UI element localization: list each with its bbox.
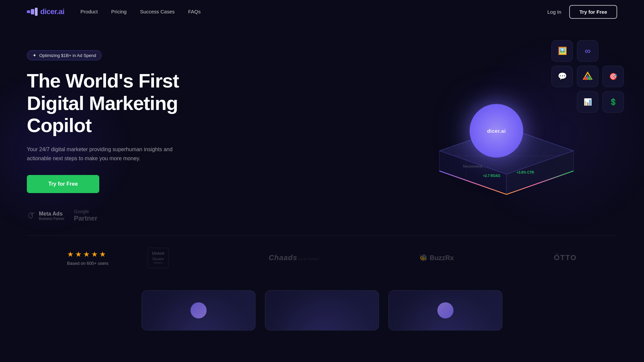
- try-for-free-hero-button[interactable]: Try for Free: [27, 175, 99, 193]
- meta-main: Meta Ads: [39, 210, 64, 217]
- bottom-card-2: [265, 290, 379, 330]
- logo[interactable]: dicer.ai: [27, 7, 64, 16]
- union-square-logo: Union Square ●●●●●: [148, 248, 169, 268]
- svg-text:+3.8% CTR: +3.8% CTR: [517, 171, 534, 174]
- svg-rect-0: [27, 10, 30, 13]
- partner-logos: Meta Ads Business Partner Google Partner: [27, 209, 201, 222]
- star-5: ★: [99, 250, 106, 259]
- chaads-text: Chaads: [269, 253, 297, 262]
- badge-icon: ✦: [33, 53, 37, 58]
- bottom-card-content-1: [142, 291, 255, 330]
- nav-item-pricing[interactable]: Pricing: [111, 9, 127, 15]
- google-logo: Google Partner: [74, 209, 97, 222]
- buzzrx-text: BuzzRx: [430, 254, 454, 262]
- app-icon-8: 💲: [602, 91, 624, 113]
- svg-text:Recommend...: Recommend...: [463, 165, 485, 168]
- nav-link-faqs[interactable]: FAQs: [188, 9, 201, 14]
- hero-title: The World's First Digital Marketing Copi…: [27, 70, 201, 137]
- meta-text-block: Meta Ads Business Partner: [39, 210, 64, 221]
- card-circle-3: [437, 302, 453, 318]
- client-chaads: Chaads CLOTHING: [269, 253, 319, 262]
- nav-left: dicer.ai Product Pricing Success Cases F…: [27, 7, 201, 16]
- card-circle-1: [191, 302, 207, 318]
- iso-scene: 🖼️ ∞ 💬 🎯 📊 💲: [409, 30, 644, 218]
- union-square-text3: ●●●●●: [152, 261, 164, 265]
- chaads-sub: CLOTHING: [298, 257, 319, 262]
- nav-right: Log In Try for Free: [547, 5, 617, 19]
- hero-section: ✦ Optimizing $1B+ in Ad Spend The World'…: [0, 23, 644, 222]
- app-icon-1: ∞: [577, 40, 598, 62]
- badge-text: Optimizing $1B+ in Ad Spend: [39, 53, 96, 58]
- dicer-circle: dicer.ai: [470, 104, 523, 158]
- svg-rect-2: [35, 8, 38, 16]
- meta-icon: [27, 211, 36, 220]
- nav-item-product[interactable]: Product: [80, 9, 98, 15]
- app-icon-5: 🎯: [602, 66, 624, 87]
- nav-link-product[interactable]: Product: [80, 9, 98, 14]
- star-2: ★: [75, 250, 82, 259]
- client-union-square: Union Square ●●●●●: [148, 248, 169, 268]
- otto-text: ÖTTO: [554, 253, 577, 262]
- svg-text:+2.7 ROAS: +2.7 ROAS: [483, 174, 500, 178]
- meta-logo: Meta Ads Business Partner: [27, 210, 64, 221]
- union-square-text: Union: [152, 251, 164, 256]
- star-4: ★: [91, 250, 98, 259]
- google-line1: Google: [74, 209, 97, 214]
- nav-item-success[interactable]: Success Cases: [140, 9, 174, 15]
- union-square-text2: Square: [152, 256, 164, 261]
- navbar: dicer.ai Product Pricing Success Cases F…: [0, 0, 644, 23]
- app-icon-4: [577, 66, 598, 87]
- star-1: ★: [67, 250, 74, 259]
- svg-point-6: [584, 77, 587, 80]
- logo-icon: [27, 8, 38, 16]
- star-3: ★: [83, 250, 90, 259]
- social-proof-section: ★ ★ ★ ★ ★ Based on 600+ users Union Squa…: [0, 236, 644, 280]
- badge: ✦ Optimizing $1B+ in Ad Spend: [27, 50, 102, 60]
- dicer-label: dicer.ai: [487, 128, 506, 134]
- rating-text: Based on 600+ users: [67, 261, 121, 266]
- stars-block: ★ ★ ★ ★ ★ Based on 600+ users: [67, 250, 121, 266]
- app-icon-3: 💬: [551, 66, 573, 87]
- bottom-card-3: [388, 290, 502, 330]
- svg-point-5: [588, 77, 591, 80]
- client-buzzrx: 🐝 BuzzRx: [419, 254, 454, 262]
- nav-links: Product Pricing Success Cases FAQs: [80, 9, 201, 15]
- hero-illustration: 🖼️ ∞ 💬 🎯 📊 💲: [409, 30, 644, 218]
- google-ads-icon: [582, 71, 593, 82]
- meta-sub: Business Partner: [39, 217, 64, 221]
- login-button[interactable]: Log In: [547, 9, 561, 15]
- bottom-card-content-3: [389, 291, 502, 330]
- svg-rect-1: [31, 9, 34, 14]
- nav-link-success[interactable]: Success Cases: [140, 9, 174, 14]
- try-for-free-nav-button[interactable]: Try for Free: [569, 5, 617, 19]
- client-otto: ÖTTO: [554, 253, 577, 262]
- nav-link-pricing[interactable]: Pricing: [111, 9, 127, 14]
- logo-text: dicer.ai: [40, 7, 64, 16]
- app-icons-grid: 🖼️ ∞ 💬 🎯 📊 💲: [551, 40, 624, 113]
- google-line2: Partner: [74, 215, 97, 222]
- buzzrx-bee-icon: 🐝: [419, 254, 428, 262]
- bottom-card-inner-2: [265, 291, 379, 330]
- app-icon-0: 🖼️: [551, 40, 573, 62]
- bottom-cards-preview: [0, 280, 644, 330]
- stars: ★ ★ ★ ★ ★: [67, 250, 121, 259]
- app-icon-7: 📊: [577, 91, 598, 113]
- bottom-card-1: [142, 290, 256, 330]
- client-logos: Union Square ●●●●● Chaads CLOTHING 🐝 Buz…: [148, 248, 577, 268]
- nav-item-faqs[interactable]: FAQs: [188, 9, 201, 15]
- hero-content: ✦ Optimizing $1B+ in Ad Spend The World'…: [27, 44, 201, 222]
- hero-subtitle: Your 24/7 digital marketer providing sup…: [27, 145, 174, 163]
